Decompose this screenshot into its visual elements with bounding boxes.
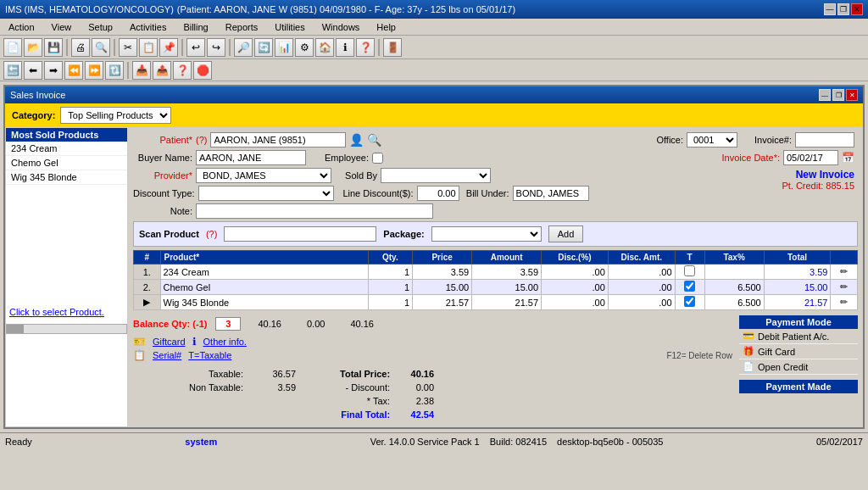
footer-status: Ready bbox=[5, 437, 32, 447]
billunder-input[interactable] bbox=[513, 186, 589, 201]
row-qty-2[interactable] bbox=[368, 295, 413, 310]
row-t-1[interactable] bbox=[675, 280, 704, 295]
row-edit-0[interactable]: ✏ bbox=[831, 264, 858, 280]
footer-version: Ver. 14.0.0 Service Pack 1 bbox=[370, 437, 480, 447]
tb-cut[interactable]: ✂ bbox=[119, 38, 137, 57]
patient-icon1[interactable]: 👤 bbox=[349, 133, 364, 147]
menu-activities[interactable]: Activities bbox=[125, 20, 171, 34]
row-edit-1[interactable]: ✏ bbox=[831, 280, 858, 295]
tb-find[interactable]: 🔎 bbox=[234, 38, 253, 57]
tb-print[interactable]: 🖨 bbox=[71, 38, 90, 57]
tb-exit[interactable]: 🚪 bbox=[383, 38, 402, 57]
tb-home[interactable]: 🏠 bbox=[315, 38, 334, 57]
dialog-max-btn[interactable]: ❐ bbox=[832, 89, 844, 101]
tb-chart[interactable]: 📊 bbox=[275, 38, 293, 57]
linedisc-input[interactable] bbox=[417, 186, 459, 201]
provider-select[interactable]: BOND, JAMES bbox=[196, 168, 331, 183]
menu-view[interactable]: View bbox=[47, 20, 77, 34]
tb-info[interactable]: ℹ bbox=[336, 38, 354, 57]
tb2-btn3[interactable]: ➡ bbox=[44, 61, 63, 80]
nontaxable-value: 3.59 bbox=[248, 381, 299, 393]
tb2-btn5[interactable]: ⏩ bbox=[85, 61, 103, 80]
debit-icon: 💳 bbox=[743, 331, 754, 342]
left-panel-item-0[interactable]: 234 Cream bbox=[6, 142, 127, 156]
left-panel-item-1[interactable]: Chemo Gel bbox=[6, 156, 127, 170]
dialog-min-btn[interactable]: — bbox=[819, 89, 831, 101]
menu-reports[interactable]: Reports bbox=[220, 20, 264, 34]
note-input[interactable] bbox=[196, 203, 433, 219]
patient-icon2[interactable]: 🔍 bbox=[367, 133, 381, 147]
menu-windows[interactable]: Windows bbox=[317, 20, 365, 34]
tb-new[interactable]: 📄 bbox=[3, 38, 22, 57]
tb2-btn1[interactable]: 🔙 bbox=[3, 61, 22, 80]
buyer-label: Buyer Name: bbox=[133, 153, 192, 163]
maximize-btn[interactable]: ❐ bbox=[837, 3, 849, 15]
payment-debit[interactable]: 💳 Debit Patient A/c. bbox=[739, 329, 858, 344]
minimize-btn[interactable]: — bbox=[824, 3, 836, 15]
invoicenum-input[interactable] bbox=[795, 132, 854, 148]
tb-preview[interactable]: 🔍 bbox=[92, 38, 110, 57]
patient-input[interactable] bbox=[210, 132, 346, 148]
tb-open[interactable]: 📂 bbox=[24, 38, 42, 57]
tb-refresh[interactable]: 🔄 bbox=[254, 38, 273, 57]
footer-user: system bbox=[185, 437, 217, 447]
col-qty: Qty. bbox=[368, 251, 413, 264]
tb2-btn2[interactable]: ⬅ bbox=[24, 61, 42, 80]
dialog-close-btn[interactable]: ✕ bbox=[846, 89, 858, 101]
menu-utilities[interactable]: Utilities bbox=[270, 20, 309, 34]
giftcard-pay-icon: 🎁 bbox=[743, 346, 754, 357]
invoicedate-input[interactable] bbox=[783, 150, 838, 165]
balance-count[interactable] bbox=[215, 317, 241, 331]
row-total-2: 21.57 bbox=[764, 295, 831, 310]
row-t-0[interactable] bbox=[675, 264, 704, 280]
tb-redo[interactable]: ↪ bbox=[207, 38, 225, 57]
row-edit-2[interactable]: ✏ bbox=[831, 295, 858, 310]
tb-settings[interactable]: ⚙ bbox=[295, 38, 314, 57]
tb-help[interactable]: ❓ bbox=[356, 38, 375, 57]
tb-copy[interactable]: 📋 bbox=[139, 38, 158, 57]
payment-opencredit[interactable]: 📄 Open Credit bbox=[739, 359, 858, 375]
serial-link[interactable]: Serial# bbox=[153, 350, 181, 360]
menu-help[interactable]: Help bbox=[371, 20, 401, 34]
otherinfo-link[interactable]: Other info. bbox=[203, 337, 247, 347]
taxable-link[interactable]: T=Taxable bbox=[188, 350, 231, 360]
employee-checkbox[interactable] bbox=[372, 153, 383, 164]
add-button[interactable]: Add bbox=[548, 226, 584, 242]
giftcard-icon: 🎫 bbox=[133, 336, 146, 348]
row-qty-1[interactable] bbox=[368, 280, 413, 295]
patient-row: Patient* (?) 👤 🔍 bbox=[133, 132, 617, 148]
row-t-2[interactable] bbox=[675, 295, 704, 310]
f12-text: F12= Delete Row bbox=[238, 351, 732, 360]
buyer-input[interactable] bbox=[196, 150, 306, 165]
tb-paste[interactable]: 📌 bbox=[159, 38, 178, 57]
menu-setup[interactable]: Setup bbox=[83, 20, 118, 34]
tb2-btn7[interactable]: 📥 bbox=[132, 61, 151, 80]
row-amount-2: 21.57 bbox=[472, 295, 542, 310]
left-panel-item-2[interactable]: Wig 345 Blonde bbox=[6, 170, 127, 185]
tb-undo[interactable]: ↩ bbox=[186, 38, 205, 57]
menu-action[interactable]: Action bbox=[3, 20, 40, 34]
calendar-icon[interactable]: 📅 bbox=[842, 152, 854, 164]
payment-giftcard[interactable]: 🎁 Gift Card bbox=[739, 344, 858, 359]
soldby-select[interactable] bbox=[381, 168, 491, 183]
provider-label: Provider* bbox=[133, 170, 192, 181]
note-row: Note: bbox=[133, 203, 617, 219]
package-select[interactable] bbox=[431, 226, 542, 242]
scan-input[interactable] bbox=[224, 226, 376, 242]
close-btn[interactable]: ✕ bbox=[851, 3, 863, 15]
patient-info: (Patient: AARON, JANE W (9851) 04/09/198… bbox=[177, 4, 515, 14]
row-qty-0[interactable] bbox=[368, 264, 413, 280]
category-select[interactable]: Top Selling Products bbox=[60, 107, 171, 124]
discount-select[interactable] bbox=[198, 186, 334, 201]
office-select[interactable]: 0001 bbox=[687, 132, 737, 148]
tb-save[interactable]: 💾 bbox=[44, 38, 63, 57]
tb2-stop[interactable]: 🛑 bbox=[193, 61, 212, 80]
giftcard-link[interactable]: Giftcard bbox=[153, 337, 186, 347]
tb2-btn6[interactable]: 🔃 bbox=[105, 61, 124, 80]
tb2-btn4[interactable]: ⏪ bbox=[64, 61, 83, 80]
menu-billing[interactable]: Billing bbox=[178, 20, 213, 34]
tb2-btn8[interactable]: 📤 bbox=[153, 61, 171, 80]
row-price-1: 15.00 bbox=[413, 280, 472, 295]
tb2-btn9[interactable]: ❓ bbox=[173, 61, 192, 80]
click-product-link[interactable]: Click to select Product. bbox=[9, 307, 104, 317]
